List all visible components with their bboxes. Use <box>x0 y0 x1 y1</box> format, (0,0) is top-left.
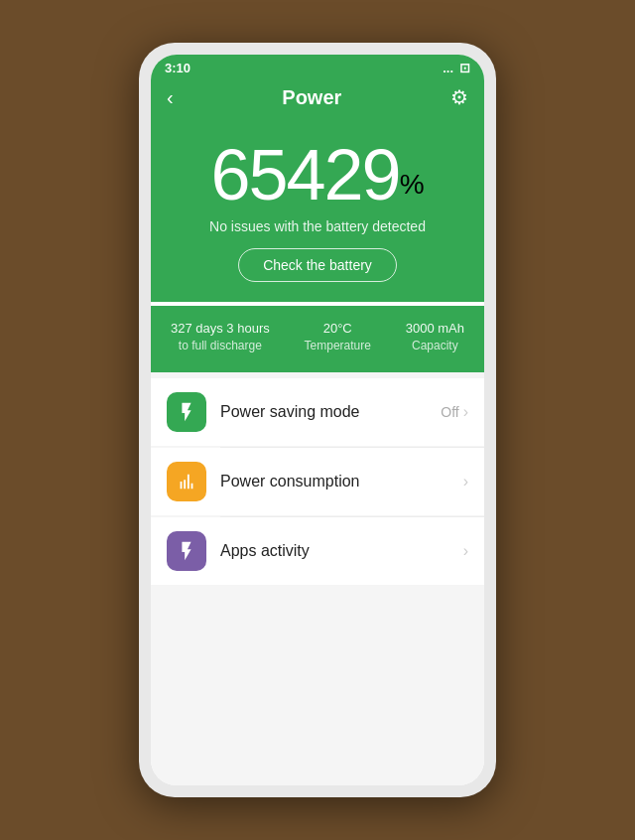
back-button[interactable]: ‹ <box>167 86 174 109</box>
menu-item-power-consumption[interactable]: Power consumption › <box>151 448 484 515</box>
status-dots: ... <box>443 61 453 75</box>
phone-frame: 3:10 ... ⊡ ‹ Power ⚙ 65429% No issues wi… <box>139 43 496 797</box>
power-saving-off-text: Off <box>441 404 458 420</box>
power-consumption-label: Power consumption <box>220 473 463 490</box>
phone-screen: 3:10 ... ⊡ ‹ Power ⚙ 65429% No issues wi… <box>151 55 484 785</box>
battery-percentage: 65429 <box>210 135 399 214</box>
status-bar: 3:10 ... ⊡ <box>151 55 484 79</box>
stat-temperature-value: 20°C <box>305 320 371 338</box>
stat-temperature-label: Temperature <box>305 338 371 354</box>
power-saving-icon <box>167 392 206 432</box>
power-consumption-chevron: › <box>463 473 468 490</box>
power-saving-chevron: › <box>463 403 468 421</box>
page-title: Power <box>282 86 341 109</box>
page-header: ‹ Power ⚙ <box>151 79 484 121</box>
power-saving-label: Power saving mode <box>220 403 441 421</box>
battery-status-text: No issues with the battery detected <box>209 218 426 234</box>
power-consumption-icon <box>167 462 206 501</box>
menu-item-apps-activity[interactable]: Apps activity › <box>151 517 484 585</box>
status-time: 3:10 <box>165 61 190 75</box>
status-right-icons: ... ⊡ <box>443 61 470 75</box>
battery-percent-sign: % <box>400 169 425 200</box>
power-consumption-chevron-wrap: › <box>463 473 468 490</box>
menu-section: Power saving mode Off › Power consumptio… <box>151 372 484 785</box>
power-saving-status: Off › <box>441 403 468 421</box>
apps-activity-label: Apps activity <box>220 542 463 560</box>
menu-item-power-saving[interactable]: Power saving mode Off › <box>151 378 484 446</box>
stat-discharge: 327 days 3 hours to full discharge <box>171 320 270 354</box>
apps-activity-icon <box>167 531 206 571</box>
stat-temperature: 20°C Temperature <box>305 320 371 354</box>
stat-capacity: 3000 mAh Capacity <box>406 320 464 354</box>
apps-activity-chevron-wrap: › <box>463 542 468 560</box>
battery-section: 65429% No issues with the battery detect… <box>151 121 484 302</box>
settings-icon[interactable]: ⚙ <box>450 85 468 109</box>
stat-capacity-label: Capacity <box>406 338 464 354</box>
stats-row: 327 days 3 hours to full discharge 20°C … <box>151 306 484 372</box>
battery-display: 65429% <box>210 139 424 210</box>
stat-capacity-value: 3000 mAh <box>406 320 464 338</box>
status-window-icon: ⊡ <box>459 61 470 75</box>
check-battery-button[interactable]: Check the battery <box>238 248 397 282</box>
stat-discharge-label: to full discharge <box>171 338 270 354</box>
stat-discharge-value: 327 days 3 hours <box>171 320 270 338</box>
apps-activity-chevron: › <box>463 542 468 560</box>
